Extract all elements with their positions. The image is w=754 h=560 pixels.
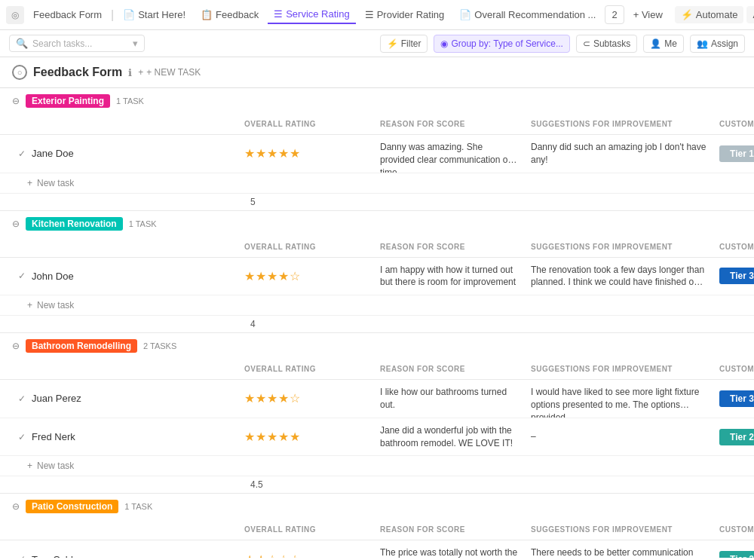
task-suggestions: I would have liked to see more light fix… [525, 380, 713, 418]
tab-feedback[interactable]: 📋 Feedback [195, 6, 265, 23]
task-suggestions: – [525, 424, 713, 449]
doc-icon: 📄 [459, 9, 471, 20]
col-overall-rating: OVERALL RATING [238, 362, 374, 376]
group-tag-exterior-painting: Exterior Painting [26, 94, 110, 108]
col-task-name [12, 240, 238, 254]
group-header-exterior-painting: ⊖ Exterior Painting 1 TASK [0, 88, 754, 114]
task-customer-tier: Tier 2 [713, 545, 754, 558]
col-overall-rating: OVERALL RATING [238, 240, 374, 254]
group-by-button[interactable]: ◉ Group by: Type of Service... [434, 35, 570, 53]
task-name[interactable]: Jane Doe [32, 148, 74, 159]
task-name-cell: ✓ Tom Cobley [12, 548, 238, 558]
tab-service-rating[interactable]: ☰ Service Rating [268, 5, 356, 24]
task-rating: ★★★★☆ [238, 385, 374, 412]
feedback-icon: 📋 [201, 9, 213, 20]
subtasks-icon: ⊂ [583, 38, 590, 49]
task-customer-tier: Tier 3 [713, 262, 754, 290]
task-name-cell: ✓ Jane Doe [12, 142, 238, 165]
task-check-icon[interactable]: ✓ [18, 148, 26, 159]
col-overall-rating: OVERALL RATING [238, 117, 374, 131]
top-nav: ◎ Feedback Form | 📄 Start Here! 📋 Feedba… [0, 0, 754, 30]
group-toggle-exterior-painting[interactable]: ⊖ [12, 96, 20, 106]
add-view-button[interactable]: + View [627, 6, 669, 23]
group-exterior-painting: ⊖ Exterior Painting 1 TASK OVERALL RATIN… [0, 88, 754, 211]
col-customer-tier: CUSTOMER TIER [713, 117, 754, 131]
page-icon: 📄 [123, 9, 135, 20]
task-suggestions: The renovation took a few days longer th… [525, 258, 713, 295]
new-task-row-kitchen-renovation[interactable]: +New task [0, 295, 754, 316]
plus-icon: + [27, 178, 32, 188]
group-tag-patio-construction: Patio Construction [26, 500, 118, 513]
group-count-patio-construction: 1 TASK [124, 502, 152, 511]
col-task-name [12, 362, 238, 376]
table-row[interactable]: ✓ Tom Cobley ★★☆☆☆ The price was totally… [0, 540, 754, 558]
nav-app-title[interactable]: Feedback Form [27, 6, 108, 23]
task-check-icon[interactable]: ✓ [18, 271, 26, 281]
tier-badge: Tier 3 [719, 268, 754, 284]
task-reason: I like how our bathrooms turned out. [374, 380, 525, 418]
col-overall-rating: OVERALL RATING [238, 522, 374, 537]
task-rating: ★★☆☆☆ [238, 546, 374, 558]
task-customer-tier: Tier 3 [713, 384, 754, 413]
task-customer-tier: Tier 2 [713, 423, 754, 451]
group-count-bathroom-remodelling: 2 TASKS [143, 341, 176, 350]
group-toggle-patio-construction[interactable]: ⊖ [12, 501, 20, 512]
assign-button[interactable]: Assign [746, 6, 754, 23]
me-button[interactable]: 👤 Me [643, 35, 684, 53]
task-name-cell: ✓ Juan Perez [12, 387, 238, 410]
table-row[interactable]: ✓ Juan Perez ★★★★☆ I like how our bathro… [0, 380, 754, 418]
views-count-badge[interactable]: 2 [605, 5, 624, 24]
automate-button[interactable]: ⚡ Automate [675, 6, 744, 23]
toolbar-assign-button[interactable]: 👥 Assign [690, 35, 745, 53]
table-header-exterior-painting: OVERALL RATING REASON FOR SCORE SUGGESTI… [0, 114, 754, 135]
new-task-label: New task [37, 300, 74, 311]
new-task-row-exterior-painting[interactable]: +New task [0, 173, 754, 194]
search-placeholder: Search tasks... [32, 38, 92, 49]
tier-badge: Tier 2 [719, 551, 754, 558]
search-box[interactable]: 🔍 Search tasks... ▾ [9, 35, 145, 52]
table-header-bathroom-remodelling: OVERALL RATING REASON FOR SCORE SUGGESTI… [0, 359, 754, 380]
task-name[interactable]: Tom Cobley [32, 554, 84, 558]
task-check-icon[interactable]: ✓ [18, 432, 26, 442]
avg-row-kitchen-renovation: 4 [0, 316, 754, 333]
col-reason: REASON FOR SCORE [374, 522, 525, 537]
toolbar: 🔍 Search tasks... ▾ ⚡ Filter ◉ Group by:… [0, 30, 754, 57]
app-icon: ◎ [6, 6, 24, 24]
tab-provider-rating[interactable]: ☰ Provider Rating [359, 6, 451, 23]
tier-badge: Tier 1 [719, 145, 754, 162]
group-tag-bathroom-remodelling: Bathroom Remodelling [26, 339, 137, 353]
new-task-row-bathroom-remodelling[interactable]: +New task [0, 456, 754, 476]
tab-overall-recommendation[interactable]: 📄 Overall Recommendation ... [453, 6, 602, 23]
info-icon[interactable]: ℹ [128, 67, 132, 78]
filter-icon: ⚡ [387, 38, 398, 49]
col-suggestions: SUGGESTIONS FOR IMPROVEMENT [525, 522, 713, 537]
task-suggestions: There needs to be better communication b… [525, 540, 713, 558]
new-task-button[interactable]: + + NEW TASK [138, 67, 201, 78]
task-check-icon[interactable]: ✓ [18, 554, 26, 558]
col-reason: REASON FOR SCORE [374, 117, 525, 131]
task-name[interactable]: John Doe [32, 271, 74, 282]
search-icon: 🔍 [16, 38, 28, 49]
task-customer-tier: Tier 1 [713, 139, 754, 168]
group-count-kitchen-renovation: 1 TASK [129, 219, 157, 228]
new-task-label: New task [37, 461, 74, 471]
group-toggle-kitchen-renovation[interactable]: ⊖ [12, 219, 20, 229]
task-name-cell: ✓ John Doe [12, 265, 238, 288]
table-row[interactable]: ✓ Fred Nerk ★★★★★ Jane did a wonderful j… [0, 418, 754, 457]
task-name[interactable]: Fred Nerk [32, 431, 75, 442]
filter-button[interactable]: ⚡ Filter [380, 35, 428, 53]
task-rating: ★★★★★ [238, 424, 374, 450]
group-header-patio-construction: ⊖ Patio Construction 1 TASK [0, 494, 754, 519]
task-check-icon[interactable]: ✓ [18, 393, 26, 404]
group-toggle-bathroom-remodelling[interactable]: ⊖ [12, 341, 20, 351]
group-patio-construction: ⊖ Patio Construction 1 TASK OVERALL RATI… [0, 494, 754, 558]
group-header-kitchen-renovation: ⊖ Kitchen Renovation 1 TASK [0, 211, 754, 237]
subtasks-button[interactable]: ⊂ Subtasks [576, 35, 637, 53]
search-dropdown-icon: ▾ [133, 38, 138, 49]
task-name[interactable]: Juan Perez [32, 393, 81, 404]
task-reason: Danny was amazing. She provided clear co… [374, 135, 525, 173]
table-row[interactable]: ✓ Jane Doe ★★★★★ Danny was amazing. She … [0, 135, 754, 173]
table-row[interactable]: ✓ John Doe ★★★★☆ I am happy with how it … [0, 258, 754, 296]
tab-start[interactable]: 📄 Start Here! [117, 6, 192, 23]
grid-icon-2: ☰ [365, 9, 374, 20]
